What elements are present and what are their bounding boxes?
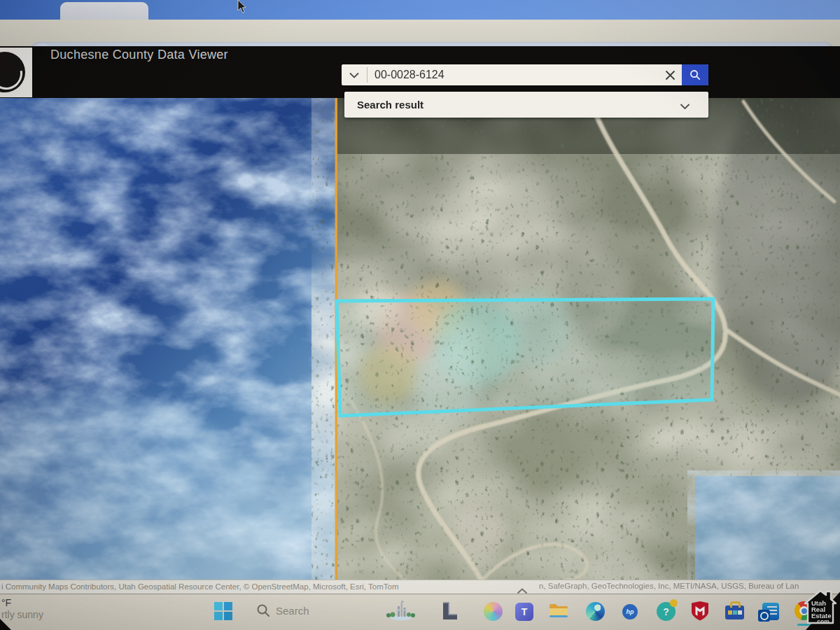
toolbox-icon[interactable] bbox=[725, 601, 744, 620]
task-view-icon[interactable] bbox=[385, 600, 417, 622]
app-l-icon[interactable] bbox=[440, 601, 459, 621]
clear-search-icon[interactable] bbox=[658, 64, 682, 85]
taskbar-search-icon bbox=[256, 603, 270, 617]
parcel-search-box[interactable] bbox=[342, 64, 708, 85]
windows-taskbar: °F rtly sunny Search bbox=[0, 594, 840, 630]
search-submit-button[interactable] bbox=[682, 64, 708, 85]
browser-active-tab[interactable] bbox=[60, 2, 148, 20]
county-seal-logo bbox=[0, 48, 32, 97]
browser-toolbar: https://portal.duchesnecountygis.org/arc… bbox=[0, 20, 840, 46]
app-title: Duchesne County Data Viewer bbox=[50, 48, 228, 62]
utahrealestate-watermark: Utah Real Estate .com bbox=[802, 587, 839, 629]
search-result-label: Search result bbox=[357, 99, 424, 111]
teams-icon[interactable]: T bbox=[515, 603, 533, 621]
photographed-monitor-screen: https://portal.duchesnecountygis.org/arc… bbox=[0, 0, 840, 630]
mouse-cursor-icon bbox=[237, 0, 246, 14]
parcel-search-input[interactable] bbox=[368, 69, 658, 81]
search-layer-chevron-icon[interactable] bbox=[342, 64, 367, 85]
mcafee-icon[interactable] bbox=[692, 601, 708, 621]
search-result-panel[interactable]: Search result bbox=[344, 92, 708, 118]
taskbar-search[interactable]: Search bbox=[256, 603, 309, 617]
file-explorer-icon[interactable] bbox=[549, 603, 568, 620]
parcel-highlight-outline bbox=[337, 299, 713, 416]
water-patch bbox=[695, 476, 840, 580]
search-result-chevron-icon[interactable] bbox=[680, 100, 690, 113]
edge-icon[interactable] bbox=[586, 602, 605, 621]
weather-widget[interactable]: °F rtly sunny bbox=[1, 597, 43, 621]
copilot-icon[interactable] bbox=[484, 602, 503, 621]
svg-text:.com: .com bbox=[816, 618, 830, 625]
weather-condition: rtly sunny bbox=[1, 609, 43, 621]
map-canvas[interactable] bbox=[0, 98, 840, 580]
attribution-text-left: i Community Maps Contributors, Utah Geos… bbox=[1, 582, 399, 591]
weather-temp: °F bbox=[1, 597, 43, 609]
hp-icon[interactable]: hp bbox=[622, 604, 638, 620]
browser-tab-strip bbox=[0, 0, 840, 20]
taskbar-search-label: Search bbox=[276, 605, 309, 617]
map-attribution-bar: i Community Maps Contributors, Utah Geos… bbox=[0, 580, 840, 594]
windows-start-icon[interactable] bbox=[214, 602, 232, 620]
attribution-text-right: n, SafeGraph, GeoTechnologies, Inc, METI… bbox=[539, 582, 799, 590]
outlook-icon[interactable] bbox=[758, 603, 779, 620]
hp-support-icon[interactable]: ? bbox=[657, 602, 676, 621]
